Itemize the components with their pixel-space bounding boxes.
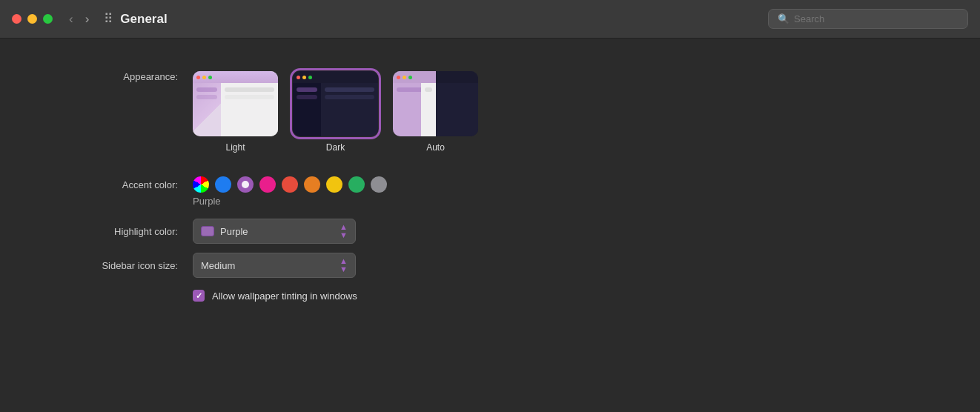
mini-content-light (221, 83, 278, 136)
accent-yellow-button[interactable] (326, 176, 342, 193)
titlebar: ‹ › ⠿ General 🔍 (0, 0, 980, 39)
sidebar-icon-size-arrows-icon: ▲ ▼ (340, 257, 348, 273)
mini-dot-red-auto (397, 76, 400, 79)
sidebar-icon-size-dropdown[interactable]: Medium ▲ ▼ (193, 253, 356, 278)
accent-green-button[interactable] (348, 176, 365, 193)
mini-dot-red-dark (297, 76, 300, 79)
accent-color-label: Accent color: (59, 179, 178, 190)
sidebar-icon-size-value: Medium (201, 260, 235, 271)
accent-selected-name: Purple (193, 196, 221, 207)
mini-dot-green-auto (408, 76, 412, 79)
accent-selected-name-row: Purple (0, 196, 980, 214)
checkbox-check-icon: ✓ (196, 291, 202, 301)
grid-icon[interactable]: ⠿ (104, 11, 113, 27)
highlight-color-dropdown[interactable]: Purple ▲ ▼ (193, 219, 356, 244)
appearance-options: Light (193, 71, 478, 153)
mini-window-dark (293, 71, 378, 136)
accent-color-row: Accent color: (0, 163, 980, 196)
mini-titlebar-light (193, 71, 278, 83)
mini-dot-yellow-dark (302, 76, 306, 79)
appearance-label: Appearance: (59, 71, 178, 82)
mini-titlebar-dark (293, 71, 378, 83)
sidebar-icon-size-row: Sidebar icon size: Medium ▲ ▼ (0, 248, 980, 282)
highlight-color-dropdown-left: Purple (201, 226, 248, 237)
wallpaper-tinting-label: Allow wallpaper tinting in windows (212, 290, 357, 302)
accent-colors (193, 176, 387, 193)
appearance-option-auto-label: Auto (426, 142, 445, 153)
mini-window-light (193, 71, 278, 136)
page-title: General (120, 12, 768, 27)
mini-dot-green-dark (308, 76, 312, 79)
mini-dot-yellow-auto (403, 76, 406, 79)
mini-dot-yellow-light (202, 76, 206, 79)
appearance-option-dark-label: Dark (326, 142, 345, 153)
appearance-option-light[interactable]: Light (193, 71, 278, 153)
sidebar-icon-size-label: Sidebar icon size: (59, 260, 178, 271)
appearance-thumb-dark (293, 71, 378, 136)
search-icon: 🔍 (778, 13, 789, 24)
minimize-button[interactable] (27, 14, 37, 24)
mini-titlebar-auto (393, 71, 478, 83)
accent-multicolor-button[interactable] (193, 176, 209, 193)
close-button[interactable] (12, 14, 21, 24)
zoom-button[interactable] (43, 14, 53, 24)
appearance-row: Appearance: (0, 61, 980, 163)
search-input[interactable] (794, 13, 959, 24)
accent-blue-button[interactable] (215, 176, 231, 193)
mini-sidebar-dark (293, 83, 321, 136)
mini-content-dark (321, 83, 378, 136)
accent-red-button[interactable] (282, 176, 298, 193)
mini-sidebar-light (193, 83, 221, 136)
highlight-color-arrows-icon: ▲ ▼ (340, 223, 348, 239)
wallpaper-tinting-checkbox[interactable]: ✓ (193, 290, 205, 302)
accent-purple-button[interactable] (237, 176, 254, 193)
accent-graphite-button[interactable] (371, 176, 387, 193)
appearance-option-dark[interactable]: Dark (293, 71, 378, 153)
appearance-thumb-light (193, 71, 278, 136)
sidebar-icon-size-dropdown-left: Medium (201, 260, 235, 271)
highlight-color-label: Highlight color: (59, 226, 178, 237)
mini-window-auto (393, 71, 478, 136)
mini-dot-green-light (208, 76, 212, 79)
search-box[interactable]: 🔍 (768, 9, 968, 29)
mini-dot-red-light (196, 76, 200, 79)
accent-orange-button[interactable] (304, 176, 320, 193)
forward-button[interactable]: › (81, 11, 94, 27)
appearance-thumb-auto (393, 71, 478, 136)
nav-buttons: ‹ › (64, 11, 93, 27)
traffic-lights (12, 14, 53, 24)
accent-pink-button[interactable] (259, 176, 276, 193)
content-area: Appearance: (0, 39, 980, 331)
wallpaper-tinting-row: ✓ Allow wallpaper tinting in windows (0, 282, 980, 309)
back-button[interactable]: ‹ (64, 11, 78, 27)
appearance-option-light-label: Light (225, 142, 245, 153)
highlight-color-row: Highlight color: Purple ▲ ▼ (0, 214, 980, 248)
highlight-color-swatch (201, 226, 214, 236)
appearance-option-auto[interactable]: Auto (393, 71, 478, 153)
highlight-color-value: Purple (220, 226, 248, 237)
